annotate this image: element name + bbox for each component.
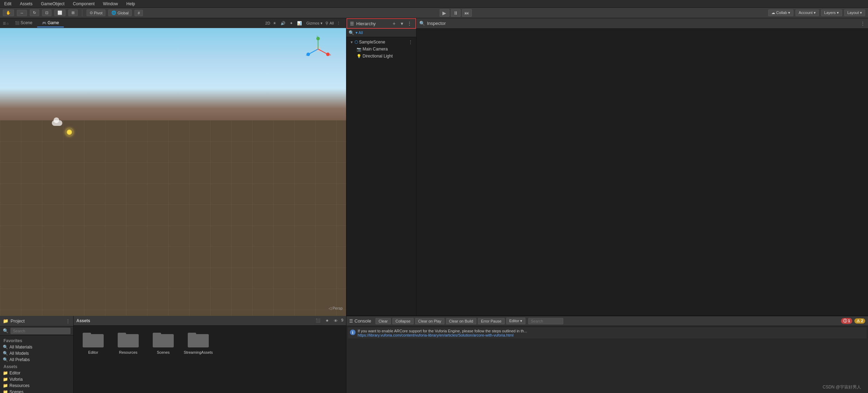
menu-window[interactable]: Window <box>102 1 119 6</box>
tree-item-editor[interactable]: 📁 Editor <box>1 370 72 376</box>
search-icon-small-3: 🔍 <box>3 357 8 362</box>
tree-item-all-materials[interactable]: 🔍 All Materials <box>1 344 72 350</box>
hierarchy-options-btn[interactable]: ⋮ <box>406 20 413 27</box>
tree-item-all-models[interactable]: 🔍 All Models <box>1 350 72 357</box>
console-search-input[interactable] <box>528 318 563 324</box>
folder-editor[interactable]: Editor <box>79 331 107 354</box>
assets-star[interactable]: ★ <box>324 318 330 323</box>
camera-icon: 📷 <box>357 47 361 52</box>
toolbar: ✋ ↔ ↻ ⊡ ⬜ ⊞ ⊙ Pivot 🌐 Global # ▶ ⏸ ⏭ ☁ C… <box>0 8 868 18</box>
scene-tab-bar: ☰ ⌂ ⬛ Scene 🎮 Game 2D ☀ 🔊 ✦ 📊 <box>0 18 346 28</box>
hand-tool[interactable]: ✋ <box>3 9 14 16</box>
assets-breadcrumb-icon[interactable]: ⬛ <box>314 318 322 323</box>
console-section: ☰ Console Clear Collapse Clear on Play C… <box>346 316 868 393</box>
global-button[interactable]: 🌐 Global <box>108 9 132 16</box>
filter-all[interactable]: ▾ All <box>356 31 363 35</box>
project-search-input[interactable] <box>11 328 70 334</box>
tree-item-directional-light[interactable]: 💡 Directional Light <box>353 53 415 60</box>
console-title: Console <box>354 318 371 324</box>
folder-streaming-assets[interactable]: StreamingAssets <box>184 331 212 354</box>
console-entry-0[interactable]: ℹ If you want to enable ARCore support f… <box>348 327 867 339</box>
hierarchy-filter-bar: 🔍 ▾ All <box>346 29 416 37</box>
menu-assets[interactable]: Assets <box>19 1 34 6</box>
tree-item-all-prefabs[interactable]: 🔍 All Prefabs <box>1 357 72 363</box>
gizmos-btn[interactable]: Gizmos ▾ <box>305 21 324 26</box>
global-label: Global <box>117 11 129 15</box>
assets-eye[interactable]: 👁 <box>332 318 339 323</box>
layers-button[interactable]: Layers ▾ <box>821 9 842 16</box>
menu-edit[interactable]: Edit <box>3 1 13 6</box>
grid-button[interactable]: # <box>135 10 143 16</box>
viewport-section: Y X Z ◁ Persp <box>0 28 346 316</box>
tree-item-scenes[interactable]: 📁 Scenes <box>1 389 72 393</box>
stats-toggle[interactable]: 📊 <box>296 21 303 26</box>
scene-icon-small: ⬛ <box>15 21 19 25</box>
rotate-tool[interactable]: ↻ <box>30 9 39 16</box>
directional-light-label: Directional Light <box>363 54 393 59</box>
hierarchy-menu-btn[interactable]: ▾ <box>399 20 405 27</box>
tab-game[interactable]: 🎮 Game <box>37 19 64 27</box>
console-clear-play-btn[interactable]: Clear on Play <box>415 318 445 324</box>
project-tree: Favorites 🔍 All Materials 🔍 All Models 🔍… <box>0 336 73 393</box>
folder-scenes-label: Scenes <box>157 350 170 354</box>
folder-icon-editor: 📁 <box>3 371 8 375</box>
persp-label: ◁ Persp <box>329 306 343 311</box>
rect-tool[interactable]: ⬜ <box>54 9 66 16</box>
menu-gameobject[interactable]: GameObject <box>40 1 66 6</box>
hierarchy-title-bar: ☰ Hierarchy + ▾ ⋮ <box>346 18 416 29</box>
console-clear-btn[interactable]: Clear <box>376 318 391 324</box>
lighting-toggle[interactable]: ☀ <box>271 21 278 26</box>
tree-item-vuforia[interactable]: 📁 Vuforia <box>1 376 72 382</box>
folder-resources[interactable]: Resources <box>114 331 142 354</box>
scene-unity-icon: ⬡ <box>354 40 358 45</box>
pause-button[interactable]: ⏸ <box>451 9 461 17</box>
scene-options[interactable]: ⋮ <box>408 40 413 45</box>
audio-toggle[interactable]: 🔊 <box>279 21 287 26</box>
menu-help[interactable]: Help <box>125 1 137 6</box>
step-button[interactable]: ⏭ <box>462 9 472 17</box>
tree-item-resources[interactable]: 📁 Resources <box>1 382 72 389</box>
folder-streaming-label: StreamingAssets <box>184 350 213 354</box>
console-link[interactable]: https://library.vuforia.com/content/vufo… <box>358 333 527 337</box>
tab-scene[interactable]: ⬛ Scene <box>10 19 37 27</box>
main-camera-label: Main Camera <box>363 47 388 52</box>
assets-title: Assets <box>76 318 90 323</box>
assets-area: Assets ⬛ ★ 👁 9 Editor <box>74 316 346 393</box>
scale-tool[interactable]: ⊡ <box>42 9 51 16</box>
play-button[interactable]: ▶ <box>440 9 449 17</box>
viewport-options[interactable]: ⋮ <box>335 21 342 26</box>
collab-button[interactable]: ☁ Collab ▾ <box>768 9 793 16</box>
menu-bar: Edit Assets GameObject Component Window … <box>0 0 868 8</box>
account-button[interactable]: Account ▾ <box>795 9 819 16</box>
tree-item-main-camera[interactable]: 📷 Main Camera <box>353 46 415 53</box>
hierarchy-add-btn[interactable]: + <box>391 20 397 27</box>
inspector-title: Inspector <box>427 21 446 26</box>
error-count: 1 <box>848 319 850 323</box>
folder-resources-label: Resources <box>119 350 138 354</box>
warn-icon: ⚠ <box>856 319 860 323</box>
console-editor-btn[interactable]: Editor ▾ <box>506 318 526 324</box>
menu-component[interactable]: Component <box>71 1 96 6</box>
layout-button[interactable]: Layout ▾ <box>844 9 865 16</box>
scene-gizmo[interactable]: Y X Z <box>304 35 332 63</box>
project-options[interactable]: ⋮ <box>66 318 70 324</box>
bottom-right-text: CSDN @宇宙好男人 <box>822 384 861 390</box>
console-collapse-btn[interactable]: Collapse <box>392 318 414 324</box>
console-clear-build-btn[interactable]: Clear on Build <box>446 318 476 324</box>
inspector-options[interactable]: ⋮ <box>860 21 865 26</box>
search-icon-small-2: 🔍 <box>3 351 8 356</box>
assets-search-bar: 🔍 <box>0 326 73 336</box>
scene-root[interactable]: ▼ ⬡ SampleScene ⋮ <box>348 39 415 46</box>
move-tool[interactable]: ↔ <box>17 10 27 16</box>
transform-tool[interactable]: ⊞ <box>68 9 78 16</box>
viewport[interactable]: Y X Z ◁ Persp <box>0 28 346 316</box>
global-icon: 🌐 <box>111 11 116 15</box>
warn-badge: ⚠ 2 <box>854 318 865 324</box>
assets-content-header: Assets ⬛ ★ 👁 9 <box>74 316 346 326</box>
console-error-pause-btn[interactable]: Error Pause <box>478 318 505 324</box>
folder-scenes[interactable]: Scenes <box>149 331 177 354</box>
inspector-content <box>416 29 868 316</box>
project-title: Project <box>11 318 25 324</box>
pivot-button[interactable]: ⊙ Pivot <box>87 9 105 16</box>
effects-toggle[interactable]: ✦ <box>288 21 294 26</box>
